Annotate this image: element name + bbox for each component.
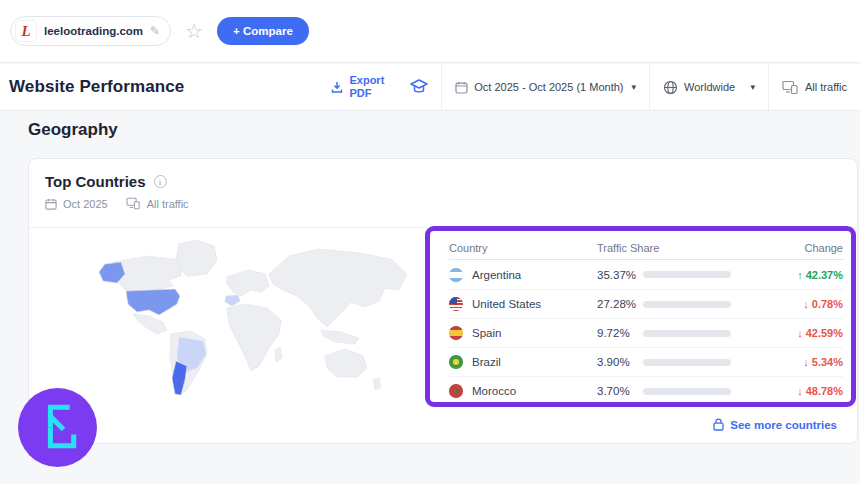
compare-button[interactable]: + Compare — [217, 17, 309, 45]
change-arrow-icon: ↓ — [803, 298, 809, 310]
page-header: Website Performance Export PDF Oct 2025 … — [0, 64, 860, 111]
map-greenland — [175, 240, 217, 276]
country-flag-icon — [449, 355, 463, 369]
change-arrow-icon: ↓ — [797, 327, 803, 339]
country-name: Spain — [472, 327, 501, 339]
map-united-states — [126, 289, 180, 315]
topbar: L leelootrading.com ✎ ☆ + Compare — [0, 0, 860, 63]
change-arrow-icon: ↑ — [797, 269, 803, 281]
traffic-share-value: 3.90% — [597, 356, 643, 368]
col-header-traffic-share: Traffic Share — [597, 242, 757, 254]
change-cell: ↓5.34% — [757, 356, 843, 368]
site-selector-chip[interactable]: L leelootrading.com ✎ — [10, 16, 171, 46]
map-mexico — [133, 314, 167, 334]
country-name: Brazil — [472, 356, 501, 368]
traffic-share-bar — [643, 388, 731, 395]
change-value: 48.78% — [806, 385, 843, 397]
export-label-line1: Export — [349, 74, 384, 87]
download-icon — [330, 80, 344, 94]
region-label: Worldwide — [684, 81, 735, 93]
map-new-zealand — [373, 378, 381, 390]
countries-table: Country Traffic Share Change Argentina 3… — [429, 228, 857, 405]
leeloo-logo-watermark — [17, 387, 98, 468]
traffic-share-bar — [643, 271, 731, 278]
change-value: 42.37% — [806, 269, 843, 281]
chevron-down-icon: ▾ — [750, 82, 755, 92]
export-label-line2: PDF — [349, 87, 384, 100]
change-value: 5.34% — [812, 356, 843, 368]
info-icon[interactable]: i — [154, 175, 167, 188]
card-content: Country Traffic Share Change Argentina 3… — [29, 227, 857, 405]
country-name: Morocco — [472, 385, 516, 397]
see-more-label: See more countries — [730, 419, 837, 431]
country-flag-icon — [449, 268, 463, 282]
logo-circle — [18, 388, 97, 467]
site-domain: leelootrading.com — [44, 25, 143, 37]
traffic-share-value: 9.72% — [597, 327, 643, 339]
academy-icon[interactable] — [397, 64, 441, 110]
change-cell: ↑42.37% — [757, 269, 843, 281]
table-header-row: Country Traffic Share Change — [449, 236, 843, 260]
lock-icon — [713, 418, 724, 431]
card-date: Oct 2025 — [63, 198, 108, 210]
chevron-down-icon: ▾ — [631, 82, 636, 92]
traffic-share-value: 35.37% — [597, 269, 643, 281]
col-header-change: Change — [757, 242, 843, 254]
card-header: Top Countries i Oct 2025 All traffic — [29, 159, 857, 220]
change-arrow-icon: ↓ — [803, 356, 809, 368]
date-range-selector[interactable]: Oct 2025 - Oct 2025 (1 Month) ▾ — [442, 64, 649, 110]
world-map — [29, 228, 429, 405]
region-selector[interactable]: Worldwide ▾ — [650, 64, 768, 110]
country-name: Argentina — [472, 269, 521, 281]
export-pdf-button[interactable]: Export PDF — [317, 64, 397, 110]
change-arrow-icon: ↓ — [797, 385, 803, 397]
devices-icon — [782, 80, 799, 95]
table-row[interactable]: Brazil 3.90% ↓5.34% — [449, 347, 843, 376]
edit-icon[interactable]: ✎ — [150, 24, 160, 38]
traffic-share-bar — [643, 330, 731, 337]
map-spain — [225, 295, 240, 306]
header-controls: Export PDF Oct 2025 - Oct 2025 (1 Month)… — [317, 64, 860, 110]
top-countries-card: Top Countries i Oct 2025 All traffic — [28, 158, 858, 444]
traffic-share-value: 3.70% — [597, 385, 643, 397]
card-footer: See more countries — [29, 406, 857, 443]
col-header-country: Country — [449, 242, 597, 254]
section-title-geography: Geography — [28, 120, 118, 140]
country-rows: Argentina 35.37% ↑42.37% United States 2… — [449, 260, 843, 405]
country-flag-icon — [449, 297, 463, 311]
map-uk — [227, 275, 234, 285]
map-indonesia — [321, 330, 359, 344]
card-title: Top Countries — [45, 173, 146, 190]
date-range-label: Oct 2025 - Oct 2025 (1 Month) — [474, 81, 623, 93]
country-flag-icon — [449, 326, 463, 340]
see-more-countries-link[interactable]: See more countries — [713, 418, 837, 431]
map-asia — [269, 249, 407, 327]
traffic-share-bar — [643, 359, 731, 366]
globe-icon — [663, 80, 678, 95]
map-australia — [325, 349, 367, 377]
traffic-label: All traffic — [805, 81, 847, 93]
calendar-icon — [455, 81, 468, 94]
devices-icon — [126, 197, 141, 210]
map-africa — [227, 304, 281, 371]
traffic-share-value: 27.28% — [597, 298, 643, 310]
traffic-share-bar — [643, 301, 731, 308]
country-name: United States — [472, 298, 541, 310]
traffic-selector[interactable]: All traffic — [769, 64, 860, 110]
calendar-icon — [45, 198, 57, 210]
favorite-star-icon[interactable]: ☆ — [185, 21, 203, 41]
site-favicon: L — [15, 20, 37, 42]
card-traffic: All traffic — [147, 198, 189, 210]
table-row[interactable]: United States 27.28% ↓0.78% — [449, 289, 843, 318]
change-value: 0.78% — [812, 298, 843, 310]
change-value: 42.59% — [806, 327, 843, 339]
country-flag-icon — [449, 384, 463, 398]
table-row[interactable]: Argentina 35.37% ↑42.37% — [449, 260, 843, 289]
page-title: Website Performance — [9, 77, 184, 97]
change-cell: ↓42.59% — [757, 327, 843, 339]
table-row[interactable]: Morocco 3.70% ↓48.78% — [449, 376, 843, 405]
change-cell: ↓0.78% — [757, 298, 843, 310]
change-cell: ↓48.78% — [757, 385, 843, 397]
map-madagascar — [275, 347, 282, 362]
table-row[interactable]: Spain 9.72% ↓42.59% — [449, 318, 843, 347]
